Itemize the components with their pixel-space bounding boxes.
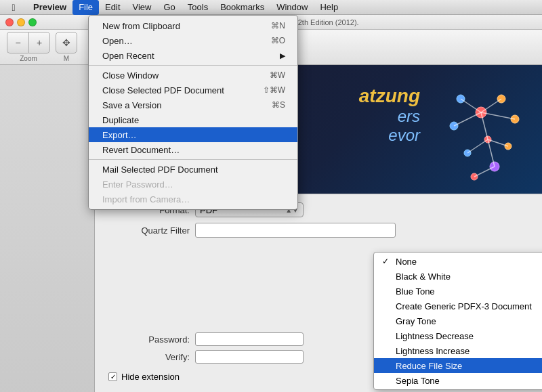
menu-view[interactable]: View bbox=[127, 0, 158, 15]
doc-line1: atzung bbox=[359, 85, 420, 107]
menu-help[interactable]: Help bbox=[314, 0, 344, 15]
menu-sep-2 bbox=[89, 159, 297, 160]
dropdown-item-pdfx[interactable]: Create Generic PDFX-3 Document bbox=[374, 299, 542, 313]
dropdown-item-bw[interactable]: Black & White bbox=[374, 269, 542, 284]
verify-label: Verify: bbox=[108, 352, 190, 362]
menu-item-duplicate[interactable]: Duplicate bbox=[89, 112, 297, 127]
sidebar bbox=[0, 65, 95, 392]
menu-bookmarks[interactable]: Bookmarks bbox=[214, 0, 270, 15]
menu-shortcut-close-pdf: ⇧⌘W bbox=[263, 85, 285, 95]
dropdown-item-blue[interactable]: Blue Tone bbox=[374, 284, 542, 299]
zoom-out-button[interactable]: − bbox=[7, 32, 28, 53]
svg-line-12 bbox=[461, 99, 481, 112]
menu-label-close-pdf: Close Selected PDF Document bbox=[102, 85, 224, 95]
menu-label-revert: Revert Document… bbox=[102, 145, 180, 155]
menu-label-save-version: Save a Version bbox=[102, 100, 161, 110]
menu-window[interactable]: Window bbox=[270, 0, 314, 15]
menu-item-revert[interactable]: Revert Document… bbox=[89, 142, 297, 157]
dropdown-label-bw: Black & White bbox=[396, 271, 451, 282]
menu-item-close-window[interactable]: Close Window ⌘W bbox=[89, 68, 297, 83]
file-menu: New from Clipboard ⌘N Open… ⌘O Open Rece… bbox=[88, 15, 298, 210]
dropdown-label-sepia: Sepia Tone bbox=[396, 376, 440, 386]
menu-label-enter-password: Enter Password… bbox=[102, 179, 173, 190]
svg-line-13 bbox=[454, 112, 481, 126]
menu-item-export[interactable]: Export… bbox=[89, 127, 297, 142]
svg-line-15 bbox=[488, 139, 508, 146]
menu-label-close-window: Close Window bbox=[102, 70, 159, 81]
submenu-arrow-icon: ▶ bbox=[280, 51, 285, 60]
dropdown-item-reduce[interactable]: Reduce File Size bbox=[374, 358, 542, 373]
menu-label-new-clipboard: New from Clipboard bbox=[102, 21, 180, 31]
menu-shortcut-close-window: ⌘W bbox=[270, 70, 285, 80]
move-group: ✥ M bbox=[56, 32, 77, 62]
menu-go[interactable]: Go bbox=[157, 0, 181, 15]
maximize-button[interactable] bbox=[28, 18, 37, 26]
dropdown-item-none[interactable]: ✓ None bbox=[374, 254, 542, 269]
menu-label-open: Open… bbox=[102, 36, 133, 46]
password-label: Password: bbox=[108, 334, 190, 345]
menu-shortcut-open: ⌘O bbox=[271, 36, 285, 45]
hide-ext-checkbox[interactable]: ✓ bbox=[108, 372, 117, 381]
dropdown-item-lightinc[interactable]: Lightness Increase bbox=[374, 343, 542, 358]
quartz-dropdown: ✓ None Black & White Blue Tone Create Ge… bbox=[373, 252, 542, 390]
dropdown-item-gray[interactable]: Gray Tone bbox=[374, 313, 542, 328]
hide-ext-row: ✓ Hide extension bbox=[108, 372, 180, 382]
menu-item-import-camera: Import from Camera… bbox=[89, 192, 297, 206]
menu-label-duplicate: Duplicate bbox=[102, 115, 139, 125]
menu-bar:  Preview File Edit View Go Tools Bookma… bbox=[0, 0, 542, 15]
menu-shortcut-save-version: ⌘S bbox=[272, 100, 285, 110]
menu-item-close-pdf[interactable]: Close Selected PDF Document ⇧⌘W bbox=[89, 83, 297, 97]
dropdown-label-reduce: Reduce File Size bbox=[396, 361, 462, 371]
dropdown-item-sepia[interactable]: Sepia Tone bbox=[374, 373, 542, 388]
traffic-lights bbox=[5, 18, 37, 26]
zoom-in-icon: + bbox=[37, 37, 42, 48]
quartz-label: Quartz Filter bbox=[108, 225, 190, 236]
menu-edit[interactable]: Edit bbox=[99, 0, 126, 15]
verify-input[interactable] bbox=[195, 350, 304, 364]
zoom-out-icon: − bbox=[15, 37, 20, 48]
zoom-group: − + Zoom bbox=[7, 32, 50, 62]
dropdown-label-blue: Blue Tone bbox=[396, 286, 435, 297]
zoom-label: Zoom bbox=[20, 55, 37, 62]
svg-line-11 bbox=[481, 112, 515, 119]
close-button[interactable] bbox=[5, 18, 14, 26]
menu-item-open-recent[interactable]: Open Recent ▶ bbox=[89, 48, 297, 63]
export-panel: Format: PDF ▲▼ Quartz Filter ✓ None Blac… bbox=[95, 194, 542, 392]
menu-tools[interactable]: Tools bbox=[182, 0, 214, 15]
menu-preview[interactable]: Preview bbox=[27, 0, 72, 15]
menu-file[interactable]: File bbox=[72, 0, 99, 15]
menu-sep-1 bbox=[89, 65, 297, 66]
molecule-decoration bbox=[427, 72, 535, 207]
hide-ext-label: Hide extension bbox=[121, 372, 180, 382]
apple-menu[interactable]:  bbox=[0, 2, 27, 13]
svg-line-10 bbox=[481, 99, 501, 112]
move-button[interactable]: ✥ bbox=[56, 32, 77, 53]
move-label: M bbox=[64, 55, 69, 62]
menu-item-new-clipboard[interactable]: New from Clipboard ⌘N bbox=[89, 18, 297, 33]
svg-line-17 bbox=[488, 139, 495, 167]
menu-item-open[interactable]: Open… ⌘O bbox=[89, 33, 297, 48]
password-input[interactable] bbox=[195, 332, 304, 346]
dropdown-label-lightinc: Lightness Increase bbox=[396, 346, 470, 356]
dropdown-label-gray: Gray Tone bbox=[396, 316, 436, 326]
move-icon: ✥ bbox=[62, 37, 70, 48]
menu-item-save-version[interactable]: Save a Version ⌘S bbox=[89, 97, 297, 112]
zoom-in-button[interactable]: + bbox=[28, 32, 50, 53]
dropdown-label-lightdec: Lightness Decrease bbox=[396, 331, 474, 341]
menu-label-export: Export… bbox=[102, 130, 137, 140]
dropdown-label-none: None bbox=[396, 257, 417, 267]
dropdown-label-pdfx: Create Generic PDFX-3 Document bbox=[396, 301, 532, 311]
quartz-field[interactable]: ✓ None Black & White Blue Tone Create Ge… bbox=[195, 223, 396, 238]
app-window:  Preview File Edit View Go Tools Bookma… bbox=[0, 0, 542, 392]
doc-line2: ers bbox=[359, 107, 420, 126]
svg-line-16 bbox=[467, 139, 488, 153]
menu-item-mail-pdf[interactable]: Mail Selected PDF Document bbox=[89, 162, 297, 177]
minimize-button[interactable] bbox=[17, 18, 25, 26]
dropdown-item-lightdec[interactable]: Lightness Decrease bbox=[374, 328, 542, 343]
menu-label-open-recent: Open Recent bbox=[102, 51, 154, 61]
quartz-row: Quartz Filter ✓ None Black & White Blue … bbox=[108, 223, 528, 238]
doc-title: atzung ers evor bbox=[359, 85, 420, 145]
menu-shortcut-new-clipboard: ⌘N bbox=[271, 21, 285, 30]
menu-label-import-camera: Import from Camera… bbox=[102, 194, 190, 204]
doc-line3: evor bbox=[359, 126, 420, 145]
